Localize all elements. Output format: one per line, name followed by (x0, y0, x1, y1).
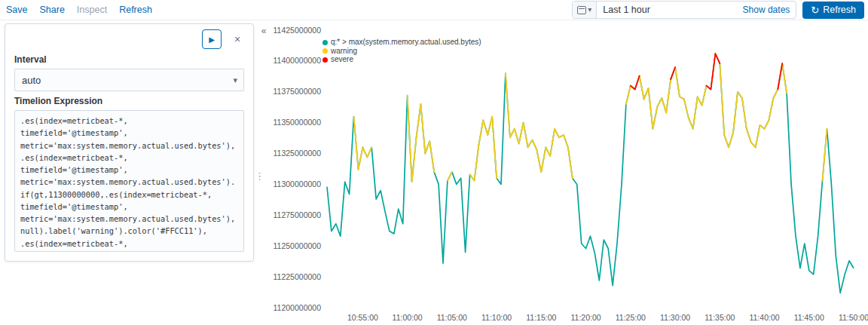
svg-text:11275000000: 11275000000 (274, 210, 322, 219)
svg-text:11:25:00: 11:25:00 (616, 313, 646, 322)
svg-text:11:50:00: 11:50:00 (839, 313, 868, 322)
refresh-link[interactable]: Refresh (119, 5, 152, 15)
svg-text:11325000000: 11325000000 (274, 149, 322, 158)
chevron-down-icon: ▾ (588, 6, 591, 14)
collapse-icon: « (261, 26, 267, 36)
svg-text:11:10:00: 11:10:00 (481, 313, 512, 322)
legend-color-dot (322, 40, 328, 45)
svg-text:11:40:00: 11:40:00 (749, 313, 779, 322)
time-controls: ▾ Last 1 hour Show dates ↻ Refresh (572, 1, 864, 19)
legend-label: severe (331, 56, 353, 64)
time-range-value[interactable]: Last 1 hour (597, 5, 742, 15)
interval-label: Interval (14, 54, 244, 65)
inspect-link[interactable]: Inspect (77, 5, 107, 15)
svg-text:11:05:00: 11:05:00 (437, 313, 467, 322)
svg-text:11250000000: 11250000000 (274, 241, 322, 250)
timelion-editor-panel: ▶ × Interval auto ▾ Timelion Expression … (5, 23, 254, 262)
calendar-icon (577, 6, 586, 14)
chart-area: 1120000000011225000000112500000001127500… (268, 20, 868, 325)
legend-item: severe (322, 56, 481, 64)
top-toolbar: Save Share Inspect Refresh ▾ Last 1 hour… (0, 0, 868, 20)
resize-dots-icon: ⋮ (255, 170, 264, 182)
svg-text:11:35:00: 11:35:00 (704, 313, 735, 322)
svg-text:11:20:00: 11:20:00 (571, 313, 601, 322)
legend-label: warning (331, 48, 357, 56)
legend-color-dot (322, 57, 328, 63)
svg-text:11:00:00: 11:00:00 (393, 313, 423, 322)
show-dates-link[interactable]: Show dates (743, 5, 796, 15)
time-picker: ▾ Last 1 hour Show dates (572, 1, 796, 19)
close-icon: × (234, 34, 240, 44)
editor-panel-header: ▶ × (14, 29, 244, 50)
panel-resize-handle[interactable]: ⋮ (255, 170, 264, 182)
svg-text:11225000000: 11225000000 (274, 272, 322, 281)
svg-text:11:15:00: 11:15:00 (526, 313, 556, 322)
refresh-button-label: Refresh (823, 5, 856, 15)
close-panel-button[interactable]: × (231, 32, 244, 46)
svg-text:11300000000: 11300000000 (274, 179, 322, 189)
timelion-expression-input[interactable]: .es(index=metricbeat-*, timefield='@time… (14, 110, 244, 252)
interval-select[interactable]: auto ▾ (14, 69, 244, 91)
chevron-down-icon: ▾ (233, 75, 237, 85)
chart-legend: q:* > max(system.memory.actual.used.byte… (322, 38, 481, 64)
toolbar-links: Save Share Inspect Refresh (6, 5, 152, 15)
legend-item: warning (322, 48, 481, 56)
save-link[interactable]: Save (6, 5, 28, 15)
svg-text:11350000000: 11350000000 (274, 118, 322, 127)
svg-text:11400000000: 11400000000 (274, 56, 322, 65)
refresh-icon: ↻ (811, 5, 819, 15)
calendar-button[interactable]: ▾ (573, 2, 597, 18)
svg-text:11425000000: 11425000000 (274, 26, 322, 35)
svg-text:11:45:00: 11:45:00 (794, 313, 824, 322)
interval-value: auto (22, 75, 41, 86)
legend-label: q:* > max(system.memory.actual.used.byte… (331, 38, 481, 47)
svg-text:10:55:00: 10:55:00 (347, 313, 378, 322)
expression-label: Timelion Expression (14, 96, 244, 106)
share-link[interactable]: Share (40, 5, 65, 15)
svg-text:11:30:00: 11:30:00 (660, 313, 690, 322)
play-icon: ▶ (209, 35, 215, 44)
legend-color-dot (322, 48, 328, 54)
chart-svg[interactable]: 1120000000011225000000112500000001127500… (268, 20, 868, 325)
svg-text:11375000000: 11375000000 (274, 87, 322, 96)
svg-text:11200000000: 11200000000 (274, 303, 322, 312)
refresh-button[interactable]: ↻ Refresh (802, 2, 864, 19)
legend-item: q:* > max(system.memory.actual.used.byte… (322, 38, 481, 47)
run-expression-button[interactable]: ▶ (202, 29, 222, 49)
